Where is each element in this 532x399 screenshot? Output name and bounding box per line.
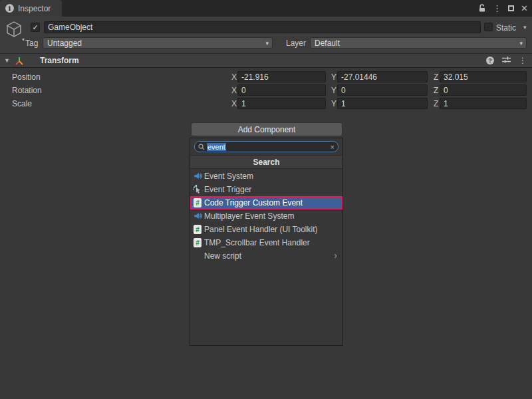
axis-z-label: Z [434,72,438,82]
tab-title: Inspector [18,4,51,13]
unlock-icon[interactable] [478,4,486,13]
help-icon[interactable]: ? [486,57,494,65]
position-label: Position [12,72,41,82]
kebab-menu-icon[interactable]: ⋮ [493,4,501,13]
axis-z-label: Z [434,99,438,108]
close-icon[interactable]: ✕ [521,4,528,13]
event-trigger-icon [193,185,202,194]
info-icon: i [5,4,14,13]
window-controls: ⋮ ✕ [478,0,528,17]
search-icon [198,144,205,150]
csharp-script-icon: # [193,238,202,247]
axis-z-label: Z [434,86,438,95]
clear-search-icon[interactable]: × [331,143,334,151]
transform-header[interactable]: ▼ Transform ? ⋮ [0,53,532,68]
rotation-z-field[interactable]: 0 [440,84,527,96]
list-item-code-trigger-custom-event[interactable]: # Code Trigger Custom Event [190,196,342,209]
search-text-selected: event [207,143,226,151]
tab-strip: i Inspector ⋮ ✕ [0,0,532,17]
axis-y-label: Y [331,86,336,95]
gameobject-name-field[interactable]: GameObject [44,21,481,33]
axis-y-label: Y [331,72,336,82]
axis-x-label: X [231,99,237,108]
transform-title: Transform [40,56,79,65]
layer-value: Default [315,39,340,48]
tag-caret-icon: ▾ [265,40,269,47]
position-z-field[interactable]: 32.015 [440,71,527,82]
icon-picker-caret[interactable]: ▾ [22,37,25,43]
scale-y-field[interactable]: 1 [337,98,428,109]
transform-icon [15,57,24,68]
list-item-event-system[interactable]: Event System [190,170,342,183]
event-system-icon [193,172,202,181]
static-label: Static [496,23,516,33]
list-item-tmp-scrollbar-event-handler[interactable]: # TMP_Scrollbar Event Handler [190,236,342,249]
gameobject-header: ▾ ✓ GameObject Static ▾ Tag Untagged ▾ L… [0,17,532,53]
static-checkbox[interactable] [484,23,493,31]
foldout-icon[interactable]: ▼ [4,57,10,64]
position-y-field[interactable]: -27.01446 [337,71,428,82]
rotation-y-field[interactable]: 0 [337,84,428,96]
list-item-new-script[interactable]: New script › [190,249,342,263]
tag-label: Tag [25,39,38,48]
axis-x-label: X [231,72,237,82]
presets-icon[interactable] [502,56,511,66]
csharp-script-icon: # [193,225,202,234]
axis-y-label: Y [331,99,336,108]
position-x-field[interactable]: -21.916 [237,71,326,82]
active-checkbox[interactable]: ✓ [31,23,40,32]
scale-label: Scale [12,99,32,108]
tag-dropdown[interactable]: Untagged ▾ [43,37,273,49]
transform-kebab-icon[interactable]: ⋮ [519,56,527,65]
rotation-x-field[interactable]: 0 [237,84,326,96]
add-component-button[interactable]: Add Component [191,122,342,136]
layer-caret-icon: ▾ [519,40,523,47]
rotation-label: Rotation [12,86,42,95]
search-section-header: Search [190,155,342,169]
gameobject-cube-icon[interactable] [5,20,23,41]
list-item-event-trigger[interactable]: Event Trigger [190,183,342,196]
component-search-input[interactable]: event × [194,141,338,152]
scale-z-field[interactable]: 1 [440,98,527,109]
tag-value: Untagged [47,39,82,48]
position-row: Position X -21.916 Y -27.01446 Z 32.015 [0,71,532,83]
csharp-script-icon: # [193,198,202,207]
add-component-popup: event × Search Event System [190,138,343,346]
unity-inspector-window: i Inspector ⋮ ✕ ▾ ✓ GameObject Static ▾ … [0,0,532,399]
layer-label: Layer [286,39,306,48]
scale-row: Scale X 1 Y 1 Z 1 [0,98,532,110]
component-list: Event System Event Trigger # Code Trigge… [190,170,342,263]
list-item-panel-event-handler[interactable]: # Panel Event Handler (UI Toolkit) [190,223,342,236]
maximize-icon[interactable] [508,5,514,11]
axis-x-label: X [231,86,237,95]
event-system-icon [193,211,202,221]
scale-x-field[interactable]: 1 [237,98,326,109]
layer-dropdown[interactable]: Default ▾ [310,37,527,49]
tab-inspector[interactable]: i Inspector [0,0,62,17]
static-dropdown-caret[interactable]: ▾ [523,24,527,31]
rotation-row: Rotation X 0 Y 0 Z 0 [0,84,532,96]
submenu-chevron-icon: › [334,250,337,261]
list-item-multiplayer-event-system[interactable]: Multiplayer Event System [190,209,342,223]
